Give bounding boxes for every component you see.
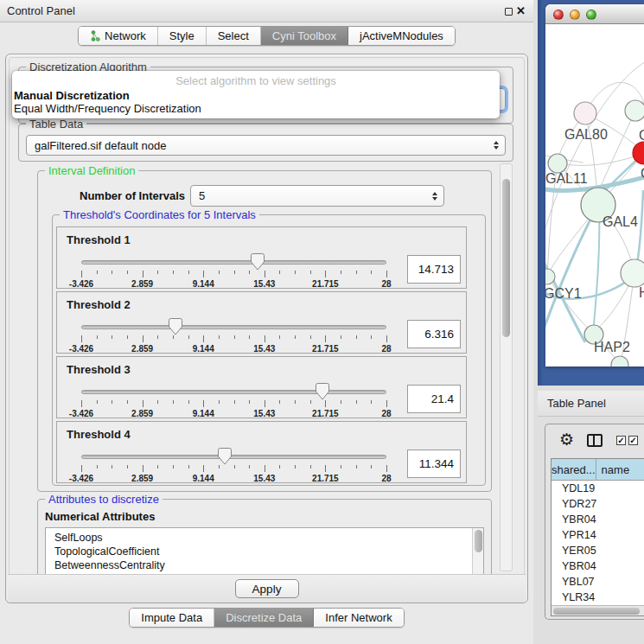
close-traffic-light-icon[interactable] [553, 10, 564, 20]
slider-track[interactable] [81, 260, 386, 265]
cell-name[interactable]: YLR34 [558, 590, 644, 605]
tab-label: Discretize Data [226, 609, 302, 627]
attributes-list-scrollbar[interactable] [472, 528, 483, 574]
minimize-traffic-light-icon[interactable] [570, 10, 580, 20]
thresholds-list: Threshold 1-3.4262.8599.14415.4321.71528… [53, 224, 467, 483]
tab-style[interactable]: Style [158, 27, 207, 45]
dropdown-option[interactable]: Equal Width/Frequency Discretization [12, 102, 500, 115]
slider-thumb[interactable] [316, 383, 329, 400]
close-icon[interactable]: ✕ [516, 3, 526, 19]
group-title: Threshold's Coordinates for 5 Intervals [60, 208, 259, 221]
cell-shared-name[interactable]: YBL079W [552, 574, 558, 590]
tab-cyni-toolbox[interactable]: Cyni Toolbox [261, 27, 348, 45]
tab-label: Cyni Toolbox [272, 27, 336, 45]
network-node[interactable] [548, 154, 567, 173]
network-node-label: GAL4 [603, 214, 638, 229]
tab-discretize-data[interactable]: Discretize Data [214, 609, 314, 627]
table-row[interactable]: YBR045CYBR04 [552, 558, 644, 574]
table-row[interactable]: YLR345WYLR34 [552, 590, 644, 605]
cell-name[interactable]: YBR04 [558, 558, 644, 574]
threshold-slider[interactable]: -3.4262.8599.14415.4321.71528 [81, 357, 386, 419]
cell-shared-name[interactable]: YDL19... [552, 481, 558, 496]
tab-jactivemnodules[interactable]: jActiveMNodules [348, 27, 455, 45]
table-row[interactable]: YPR145WYPR14 [552, 527, 644, 543]
bottom-tab-bar: Impute DataDiscretize DataInfer Network [0, 608, 533, 628]
table-row[interactable]: YBR043CYBR04 [552, 512, 644, 527]
table-panel-title: Table Panel [547, 391, 606, 416]
attribute-list-item[interactable]: TopologicalCoefficient [46, 545, 483, 558]
settings-vertical-scrollbar[interactable] [500, 163, 513, 571]
dropdown-option[interactable]: Manual Discretization [12, 89, 500, 102]
tab-impute-data[interactable]: Impute Data [130, 609, 214, 627]
cell-name[interactable]: YBL07 [558, 574, 644, 590]
network-node[interactable] [574, 102, 596, 124]
cyni-panel: Discretization Algorithm Table Data galF… [5, 54, 528, 603]
table-horizontal-scrollbar[interactable] [552, 605, 644, 615]
table-row[interactable]: YDL19...YDL19 [552, 481, 644, 496]
apply-button[interactable]: Apply [235, 579, 299, 598]
float-window-icon[interactable] [505, 8, 513, 16]
bottom-tabs-segment: Impute DataDiscretize DataInfer Network [129, 608, 404, 628]
attribute-list-item[interactable]: BetweennessCentrality [46, 558, 483, 572]
slider-ticks [81, 400, 386, 408]
threshold-value-field[interactable] [407, 385, 461, 413]
cell-name[interactable]: YDR27 [558, 496, 644, 512]
numerical-attributes-heading: Numerical Attributes [45, 510, 155, 523]
cell-shared-name[interactable]: YER054C [552, 543, 558, 558]
table-header-shared[interactable]: shared... [552, 459, 596, 480]
group-title: Attributes to discretize [45, 493, 163, 506]
cell-name[interactable]: YPR14 [558, 527, 644, 543]
threshold-slider[interactable]: -3.4262.8599.14415.4321.71528 [81, 292, 386, 354]
tab-label: jActiveMNodules [360, 27, 443, 45]
cell-shared-name[interactable]: YBR045C [552, 558, 558, 574]
threshold-block: Threshold 4-3.4262.8599.14415.4321.71528 [56, 421, 467, 483]
table-row[interactable]: YDR27...YDR27 [552, 496, 644, 512]
cell-name[interactable]: YBR04 [558, 512, 644, 527]
checkbox-icon[interactable]: ✓ [616, 436, 626, 445]
dropdown-placeholder-option[interactable]: Select algorithm to view settings [12, 73, 500, 89]
network-node[interactable] [611, 356, 628, 367]
table-row[interactable]: YER054CYER05 [552, 543, 644, 558]
cell-shared-name[interactable]: YPR145W [552, 527, 558, 543]
gear-icon[interactable]: ⚙ [559, 430, 574, 450]
network-node-label: GA [639, 128, 644, 143]
cell-shared-name[interactable]: YLR345W [552, 590, 558, 605]
network-node[interactable] [621, 259, 644, 287]
slider-track[interactable] [81, 325, 386, 329]
group-table-data: Table Data galFiltered.sif default node [18, 124, 513, 162]
slider-thumb[interactable] [251, 253, 265, 271]
cell-name[interactable]: YER05 [558, 543, 644, 558]
tab-network[interactable]: Network [79, 27, 158, 45]
slider-thumb[interactable] [169, 318, 182, 335]
node-attribute-table[interactable]: shared... name YDL19...YDL19YDR27...YDR2… [551, 458, 644, 616]
attribute-list-item[interactable]: SelfLoops [46, 531, 483, 545]
split-table-icon[interactable] [587, 434, 603, 447]
table-header-name[interactable]: name [596, 459, 644, 480]
threshold-slider[interactable]: -3.4262.8599.14415.4321.71528 [81, 227, 386, 290]
cell-shared-name[interactable]: YDR27... [552, 496, 558, 512]
slider-track[interactable] [81, 390, 386, 394]
threshold-value-field[interactable] [407, 450, 461, 478]
control-panel-title: Control Panel [7, 0, 75, 22]
table-data-combobox[interactable]: galFiltered.sif default node [26, 135, 506, 156]
table-panel: ⚙ ✓ ✓ shared... name YDL19...YDL19YDR27.… [545, 424, 644, 620]
control-panel-window: Control Panel ✕ NetworkStyleSelectCyni T… [0, 0, 533, 644]
tab-select[interactable]: Select [207, 27, 261, 45]
threshold-slider[interactable]: -3.4262.8599.14415.4321.71528 [81, 422, 386, 484]
group-threshold-coordinates: Threshold's Coordinates for 5 Intervals … [52, 214, 486, 486]
slider-ticks [81, 271, 386, 278]
threshold-value-field[interactable] [407, 320, 461, 348]
cell-name[interactable]: YDL19 [558, 481, 644, 496]
cell-shared-name[interactable]: YBR043C [552, 512, 558, 527]
slider-thumb[interactable] [218, 448, 232, 465]
table-row[interactable]: YBL079WYBL07 [552, 574, 644, 590]
slider-track[interactable] [81, 455, 386, 459]
checkbox-icon[interactable]: ✓ [628, 436, 638, 445]
numerical-attributes-list[interactable]: SelfLoopsTopologicalCoefficientBetweenne… [45, 527, 484, 574]
network-node[interactable] [625, 100, 644, 121]
network-graph[interactable]: GAL80GACGAL11GAL4GCY1HHAP2 [545, 24, 644, 367]
number-of-intervals-combobox[interactable]: 5 [190, 185, 444, 207]
tab-infer-network[interactable]: Infer Network [314, 609, 403, 627]
zoom-traffic-light-icon[interactable] [586, 10, 596, 20]
threshold-value-field[interactable] [407, 255, 461, 284]
